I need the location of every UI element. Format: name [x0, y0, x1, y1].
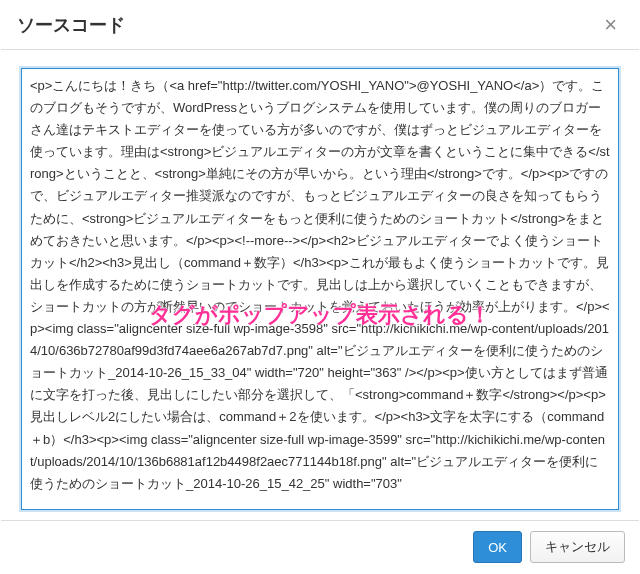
source-code-textarea[interactable] — [21, 68, 619, 510]
cancel-button[interactable]: キャンセル — [530, 531, 625, 563]
modal-header: ソースコード × — [1, 1, 639, 50]
modal-body: タグがポップアップ表示される！ — [1, 50, 639, 520]
modal-title: ソースコード — [17, 13, 125, 37]
close-icon[interactable]: × — [598, 13, 623, 37]
source-code-modal: ソースコード × タグがポップアップ表示される！ OK キャンセル — [0, 0, 640, 574]
ok-button[interactable]: OK — [473, 531, 522, 563]
modal-footer: OK キャンセル — [1, 520, 639, 573]
